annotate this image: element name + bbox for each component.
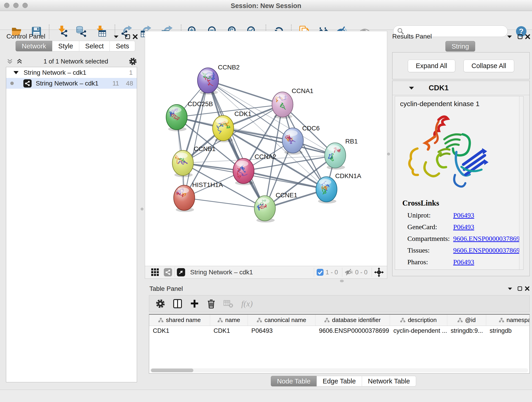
- protein-description: cyclin-dependent kinase 1: [400, 100, 480, 108]
- scrollbar-thumb[interactable]: [151, 369, 193, 372]
- table-cell[interactable]: P06493: [248, 326, 315, 336]
- collection-count: 1: [129, 69, 133, 76]
- control-panel-tabs: NetworkStyleSelectSets: [16, 41, 135, 51]
- edge-CCNB2-CCNA1[interactable]: [208, 80, 283, 104]
- crosslink-link[interactable]: P06493: [453, 211, 474, 219]
- crosslink-link[interactable]: P06493: [453, 223, 474, 230]
- pan-mode-icon[interactable]: [374, 268, 384, 277]
- table-horizontal-scrollbar[interactable]: [150, 368, 528, 372]
- table-panel-close-icon[interactable]: [525, 286, 530, 292]
- title-bar: Session: New Session: [0, 0, 532, 11]
- collapse-all-button[interactable]: Collapse All: [463, 60, 514, 72]
- delete-column-icon[interactable]: [207, 299, 215, 308]
- table-panel-menu-icon[interactable]: [507, 287, 513, 291]
- control-panel-float-icon[interactable]: [125, 34, 130, 40]
- node-entry-body: cyclin-dependent kinase 1: [395, 96, 524, 270]
- node-HIST1H1A[interactable]: [174, 185, 195, 212]
- show-columns-icon[interactable]: [173, 299, 182, 308]
- horizontal-splitter-handle[interactable]: [340, 280, 344, 282]
- network-type-icon: [164, 268, 172, 276]
- table-cell[interactable]: CDK1: [210, 326, 248, 336]
- hidden-node-edge-counts: 0 - 0: [355, 269, 367, 276]
- network-tree: String Network – cdk1 1 String Network –…: [6, 67, 137, 382]
- edge-CCNA2-CDKN1A[interactable]: [244, 171, 326, 189]
- hidden-eye-icon[interactable]: [345, 268, 353, 277]
- node-CDC25B[interactable]: [166, 104, 187, 131]
- results-panel-float-icon[interactable]: [517, 34, 523, 40]
- column-header-description[interactable]: description: [390, 315, 447, 326]
- crosslink-link[interactable]: P06493: [453, 258, 474, 266]
- table-row[interactable]: CDK1CDK1P064939606.ENSP00000378699cyclin…: [149, 326, 530, 336]
- node-CCNE1[interactable]: [254, 196, 275, 223]
- column-header-database-identifier[interactable]: database identifier: [315, 315, 390, 326]
- crosslink-link[interactable]: 9606.ENSP00000378699: [453, 235, 523, 242]
- delete-table-icon[interactable]: [223, 300, 234, 308]
- table-cell[interactable]: stringdb: [486, 326, 530, 336]
- node-CCNB2[interactable]: [197, 68, 219, 95]
- crosslink-link[interactable]: 9606.ENSP00000378699: [453, 246, 523, 254]
- column-header-id[interactable]: @id: [447, 315, 486, 326]
- entry-disclosure-icon[interactable]: [409, 86, 414, 90]
- tab-select[interactable]: Select: [79, 41, 110, 51]
- network-canvas[interactable]: CCNB2CCNA1CDC25BCDK1CDC6RB1CCNB1CCNA2CDK…: [145, 31, 387, 266]
- expand-all-button[interactable]: Expand All: [408, 60, 455, 72]
- network-collection-row[interactable]: String Network – cdk1 1: [6, 67, 137, 78]
- edge-CDK1-RB1[interactable]: [223, 128, 335, 155]
- results-panel-close-icon[interactable]: [525, 34, 530, 40]
- create-column-icon[interactable]: [190, 299, 199, 308]
- window-title: Session: New Session: [0, 2, 532, 10]
- results-panel-menu-icon[interactable]: [507, 35, 512, 39]
- results-scrollbar[interactable]: [519, 96, 523, 269]
- function-builder-icon[interactable]: f(x): [241, 299, 253, 308]
- crosslink-label: Compartments:: [407, 235, 453, 242]
- main-toolbar: ?: [0, 11, 532, 30]
- control-panel-close-icon[interactable]: [133, 34, 138, 40]
- column-header-name[interactable]: name: [210, 315, 248, 326]
- network-row-selected[interactable]: String Network – cdk1 11 48: [6, 78, 137, 89]
- right-splitter-handle[interactable]: [387, 153, 390, 155]
- collapse-all-icon[interactable]: [6, 58, 13, 65]
- node-entry-header[interactable]: CDK1: [393, 81, 530, 95]
- node-table[interactable]: shared namenamecanonical namedatabase id…: [149, 314, 530, 374]
- string-network-graph[interactable]: CCNB2CCNA1CDC25BCDK1CDC6RB1CCNB1CCNA2CDK…: [145, 31, 387, 266]
- expand-all-icon[interactable]: [16, 58, 23, 65]
- selected-checkbox-icon[interactable]: [317, 269, 324, 276]
- edge-CCNB2-CCNE1[interactable]: [208, 80, 265, 208]
- import-network-database-icon[interactable]: [75, 25, 88, 38]
- control-panel-menu-icon[interactable]: [114, 35, 119, 39]
- node-RB1[interactable]: [325, 143, 346, 170]
- network-options-gear-icon[interactable]: [129, 57, 137, 65]
- birds-eye-view-icon[interactable]: [151, 268, 159, 276]
- tab-string[interactable]: String: [445, 41, 475, 51]
- open-in-browser-icon[interactable]: [177, 268, 185, 276]
- table-panel-float-icon[interactable]: [517, 286, 522, 292]
- node-CCNA1[interactable]: [272, 92, 293, 119]
- crosslinks-title: CrossLinks: [402, 199, 523, 207]
- tab-network-table[interactable]: Network Table: [362, 376, 416, 386]
- node-label-CCNB2: CCNB2: [218, 64, 240, 71]
- column-header-namespace[interactable]: namespace: [486, 315, 530, 326]
- table-cell[interactable]: cyclin-dependent ...: [390, 326, 447, 336]
- import-network-file-icon[interactable]: [57, 25, 69, 38]
- control-panel-title: Control Panel: [6, 33, 45, 40]
- results-node-panel: CDK1 cyclin-dependent kinase 1: [392, 81, 530, 276]
- import-table-file-icon[interactable]: [95, 25, 107, 38]
- table-cell[interactable]: 9606.ENSP00000378699: [315, 326, 390, 336]
- node-CCNB1[interactable]: [172, 150, 193, 177]
- column-header-shared-name[interactable]: shared name: [149, 315, 210, 326]
- table-cell[interactable]: stringdb:9...: [447, 326, 486, 336]
- tab-edge-table[interactable]: Edge Table: [317, 376, 362, 386]
- node-label-CDC6: CDC6: [302, 125, 320, 132]
- node-CDKN1A[interactable]: [316, 177, 337, 204]
- tab-network[interactable]: Network: [16, 41, 52, 51]
- column-header-canonical-name[interactable]: canonical name: [248, 315, 315, 326]
- tab-style[interactable]: Style: [52, 41, 79, 51]
- edge-HIST1H1A-CCNE1[interactable]: [184, 198, 265, 208]
- table-cell[interactable]: CDK1: [149, 326, 210, 336]
- disclosure-triangle-icon[interactable]: [13, 71, 19, 74]
- tab-sets[interactable]: Sets: [110, 41, 135, 51]
- table-options-gear-icon[interactable]: [156, 299, 165, 308]
- tab-node-table[interactable]: Node Table: [271, 376, 317, 386]
- left-splitter-handle[interactable]: [141, 208, 143, 211]
- footer-separator: [314, 268, 314, 277]
